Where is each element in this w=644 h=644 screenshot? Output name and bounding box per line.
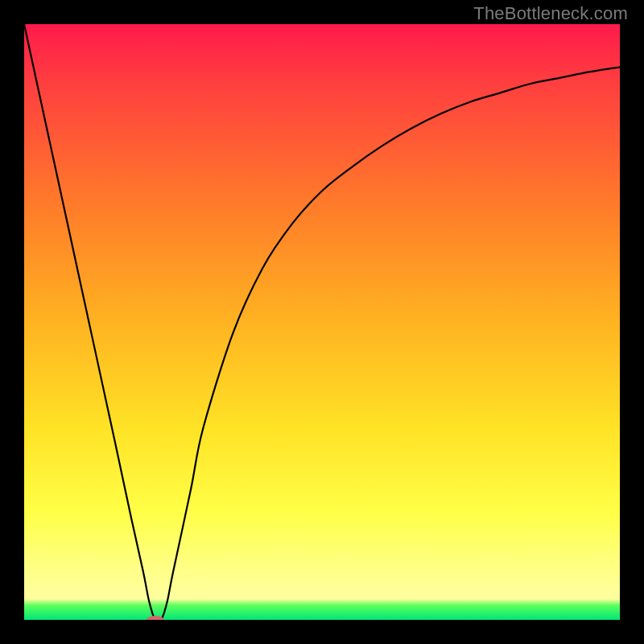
plot-area xyxy=(24,24,620,620)
bottleneck-chart xyxy=(24,24,620,620)
green-band xyxy=(24,599,620,620)
watermark-text: TheBottleneck.com xyxy=(473,3,628,24)
chart-frame: TheBottleneck.com xyxy=(0,0,644,644)
gradient-background xyxy=(24,24,620,620)
